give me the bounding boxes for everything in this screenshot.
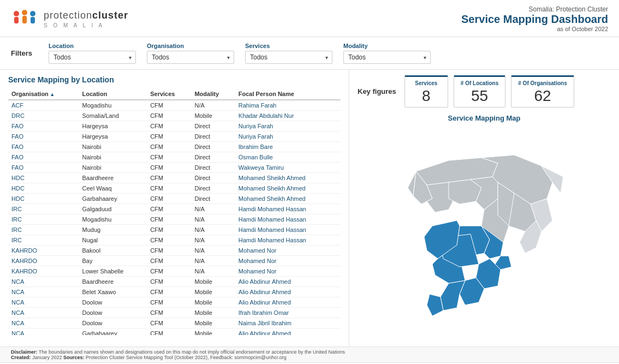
kf-locations-title: # Of Locations <box>461 80 498 86</box>
table-row: HDCGarbahaareyCFMDirectMohamed Sheikh Ah… <box>8 194 341 204</box>
table-row: NCADoolowCFMMobileNaima Jibril Ibrahim <box>8 318 341 329</box>
svg-rect-3 <box>22 16 27 23</box>
table-row: NCADoolowCFMMobileAlio Abdinur Ahmed <box>8 297 341 308</box>
col-focal[interactable]: Focal Person Name <box>235 88 341 100</box>
services-filter-label: Services <box>245 43 332 49</box>
table-row: KAHRDOBayCFMN/AMohamed Nor <box>8 256 341 266</box>
svg-point-0 <box>14 11 19 16</box>
logo-sub: S O M A L I A <box>44 22 128 28</box>
footer-bar: Disclaimer: The boundaries and names sho… <box>0 347 619 362</box>
logo-main: protectioncluster <box>44 10 128 21</box>
key-figures-row: Key figures Services 8 # Of Locations 55… <box>358 75 611 108</box>
key-figures-label: Key figures <box>358 87 396 96</box>
modality-select[interactable]: Todos <box>343 51 431 64</box>
modality-filter-label: Modality <box>343 43 431 49</box>
right-panel: Key figures Services 8 # Of Locations 55… <box>349 70 619 347</box>
modality-select-wrapper[interactable]: Todos <box>343 51 431 64</box>
organisation-select[interactable]: Todos <box>147 51 234 64</box>
col-location[interactable]: Location <box>79 88 147 100</box>
table-row: IRCMogadishuCFMN/AHamdi Mohamed Hassan <box>8 214 341 225</box>
location-select[interactable]: Todos <box>49 51 136 64</box>
kf-organisations: # Of Organisations 62 <box>511 75 574 108</box>
disclaimer-label: Disclaimer: The boundaries and names sho… <box>11 349 345 355</box>
services-select-wrapper[interactable]: Todos <box>245 51 332 64</box>
svg-marker-28 <box>427 294 443 316</box>
map-title: Service Mapping Map <box>358 114 611 122</box>
table-row: FAOHargeysaCFMDirectNuriya Farah <box>8 132 341 142</box>
table-row: FAONairobiCFMDirectIbrahim Bare <box>8 142 341 152</box>
svg-point-4 <box>30 11 35 16</box>
organisation-select-wrapper[interactable]: Todos <box>147 51 234 64</box>
col-services[interactable]: Services <box>147 88 191 100</box>
table-row: IRCGalgaduudCFMN/AHamdi Mohamed Hassan <box>8 204 341 214</box>
table-row: NCABelet XaawoCFMMobileAlio Abdinur Ahme… <box>8 287 341 297</box>
header-date: as of October 2022 <box>461 26 608 32</box>
location-filter-group: Location Todos <box>49 43 136 64</box>
table-section-title: Service Mapping by Location <box>8 75 341 84</box>
kf-services: Services 8 <box>404 75 448 108</box>
location-select-wrapper[interactable]: Todos <box>49 51 136 64</box>
logo-area: protectioncluster S O M A L I A <box>11 8 128 30</box>
table-row: IRCNugalCFMN/AHamdi Mohamed Hassan <box>8 235 341 246</box>
table-body: ACFMogadishuCFMN/ARahima FarahDRCSomalia… <box>8 100 341 335</box>
table-row: FAONairobiCFMDirectOsman Bulle <box>8 152 341 163</box>
location-filter-label: Location <box>49 43 136 49</box>
table-row: IRCMudugCFMN/AHamdi Mohamed Hassan <box>8 225 341 235</box>
services-select[interactable]: Todos <box>245 51 332 64</box>
logo-text: protectioncluster S O M A L I A <box>44 10 128 28</box>
table-header-row: Organisation Location Services Modality … <box>8 88 341 100</box>
kf-orgs-title: # Of Organisations <box>518 80 567 86</box>
table-row: HDCBaardheereCFMDirectMohamed Sheikh Ahm… <box>8 173 341 183</box>
kf-locations-value: 55 <box>461 88 498 104</box>
table-container[interactable]: Organisation Location Services Modality … <box>8 88 341 335</box>
modality-filter-group: Modality Todos <box>343 43 431 64</box>
service-mapping-table: Organisation Location Services Modality … <box>8 88 341 335</box>
svg-rect-5 <box>31 17 35 23</box>
header-title: Somalia: Protection Cluster Service Mapp… <box>461 5 608 32</box>
filters-label: Filters <box>11 49 32 57</box>
table-row: HDCCeel WaaqCFMDirectMohamed Sheikh Ahme… <box>8 183 341 194</box>
services-filter-group: Services Todos <box>245 43 332 64</box>
created-label: Created: January 2022 Sources: Protectio… <box>11 355 287 360</box>
svg-point-2 <box>22 10 27 15</box>
table-row: NCAGarbahaareyCFMMobileAlio Abdinur Ahme… <box>8 329 341 336</box>
col-modality[interactable]: Modality <box>191 88 235 100</box>
table-row: NCABaardheereCFMMobileAlio Abdinur Ahmed <box>8 277 341 287</box>
header-main-title: Service Mapping Dashboard <box>461 13 608 26</box>
main-content: Service Mapping by Location Organisation… <box>0 70 619 347</box>
table-row: FAOHargeysaCFMDirectNuriya Farah <box>8 121 341 132</box>
table-row: ACFMogadishuCFMN/ARahima Farah <box>8 100 341 111</box>
kf-services-title: Services <box>412 80 441 86</box>
map-area <box>358 127 611 341</box>
header-subtitle: Somalia: Protection Cluster <box>461 5 608 13</box>
left-panel: Service Mapping by Location Organisation… <box>0 70 349 347</box>
organisation-filter-label: Organisation <box>147 43 234 49</box>
organisation-filter-group: Organisation Todos <box>147 43 234 64</box>
table-row: NCADoolowCFMMobileIfrah Ibrahim Omar <box>8 308 341 318</box>
table-row: KAHRDOBakoolCFMN/AMohamed Nor <box>8 246 341 256</box>
col-organisation[interactable]: Organisation <box>8 88 79 100</box>
table-row: KAHRDOLower ShabelleCFMN/AMohamed Nor <box>8 266 341 277</box>
header-bar: protectioncluster S O M A L I A Somalia:… <box>0 0 619 37</box>
kf-services-value: 8 <box>412 88 441 104</box>
filter-bar: Filters Location Todos Organisation Todo… <box>0 37 619 70</box>
table-row: DRCSomalia/LandCFMMobileKhadar Abdulahi … <box>8 111 341 121</box>
kf-orgs-value: 62 <box>518 88 567 104</box>
kf-locations: # Of Locations 55 <box>454 75 505 108</box>
svg-rect-1 <box>14 17 19 23</box>
logo-icon <box>11 8 38 30</box>
somalia-map-svg <box>405 150 563 319</box>
table-row: FAONairobiCFMDirectWakweya Tamiru <box>8 163 341 173</box>
